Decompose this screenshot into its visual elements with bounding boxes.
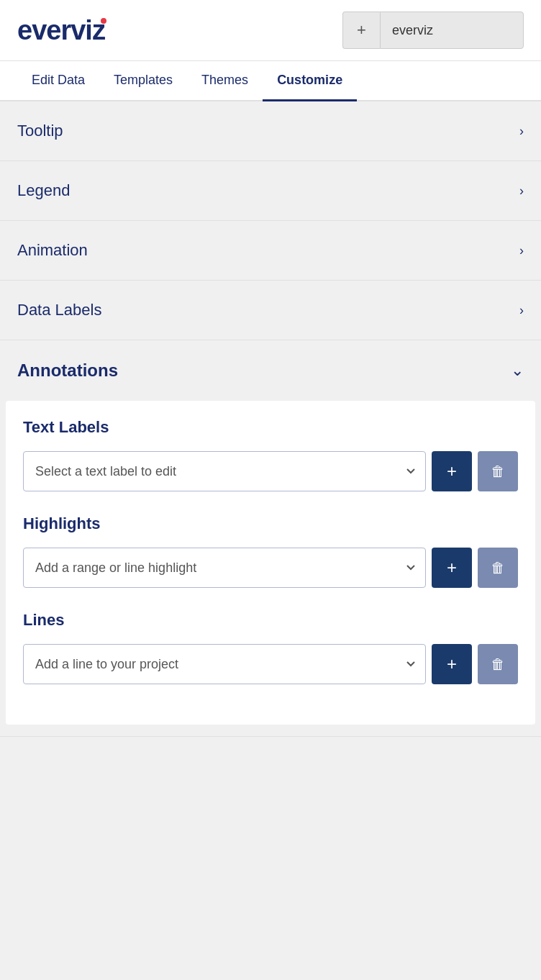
annotations-body: Text Labels Select a text label to edit … [6, 401, 535, 725]
text-labels-add-icon: + [447, 461, 457, 481]
header-right: + everviz [342, 12, 524, 49]
annotations-section: Annotations ⌄ Text Labels Select a text … [0, 340, 541, 737]
tooltip-section: Tooltip › [0, 101, 541, 161]
data-labels-header[interactable]: Data Labels › [0, 281, 541, 340]
animation-header[interactable]: Animation › [0, 221, 541, 280]
lines-subsection: Lines Add a line to your project + 🗑 [23, 611, 518, 684]
text-labels-select[interactable]: Select a text label to edit [23, 451, 426, 491]
lines-delete-button[interactable]: 🗑 [478, 644, 518, 684]
lines-select[interactable]: Add a line to your project [23, 644, 426, 684]
plus-icon: + [357, 21, 366, 40]
lines-add-button[interactable]: + [432, 644, 472, 684]
highlights-row: Add a range or line highlight + 🗑 [23, 548, 518, 588]
lines-add-icon: + [447, 654, 457, 674]
highlights-trash-icon: 🗑 [491, 560, 505, 576]
add-project-button[interactable]: + [342, 12, 380, 49]
data-labels-chevron-icon: › [519, 303, 524, 318]
data-labels-title: Data Labels [17, 301, 101, 319]
text-labels-add-button[interactable]: + [432, 451, 472, 491]
lines-row: Add a line to your project + 🗑 [23, 644, 518, 684]
lines-trash-icon: 🗑 [491, 656, 505, 673]
annotations-title: Annotations [17, 360, 118, 381]
text-labels-trash-icon: 🗑 [491, 463, 505, 480]
tab-themes[interactable]: Themes [187, 61, 263, 101]
project-name-display: everviz [380, 12, 524, 49]
tab-templates[interactable]: Templates [99, 61, 187, 101]
animation-section: Animation › [0, 221, 541, 281]
legend-section: Legend › [0, 161, 541, 221]
tab-templates-label: Templates [114, 73, 173, 87]
app-logo: everviz [17, 15, 105, 46]
logo-text: everviz [17, 15, 105, 45]
highlights-add-button[interactable]: + [432, 548, 472, 588]
tab-edit-data[interactable]: Edit Data [17, 61, 99, 101]
legend-header[interactable]: Legend › [0, 161, 541, 220]
app-header: everviz + everviz [0, 0, 541, 61]
tab-themes-label: Themes [201, 73, 248, 87]
logo-dot [101, 18, 106, 24]
tab-customize[interactable]: Customize [263, 61, 357, 101]
legend-title: Legend [17, 181, 70, 200]
lines-title: Lines [23, 611, 518, 630]
project-name-text: everviz [392, 23, 433, 38]
tooltip-title: Tooltip [17, 122, 63, 140]
highlights-add-icon: + [447, 558, 457, 578]
text-labels-subsection: Text Labels Select a text label to edit … [23, 418, 518, 491]
tooltip-header[interactable]: Tooltip › [0, 101, 541, 160]
tooltip-chevron-icon: › [519, 124, 524, 139]
nav-tabs: Edit Data Templates Themes Customize [0, 61, 541, 101]
highlights-subsection: Highlights Add a range or line highlight… [23, 514, 518, 588]
highlights-title: Highlights [23, 514, 518, 533]
tab-customize-label: Customize [277, 73, 342, 87]
text-labels-title: Text Labels [23, 418, 518, 437]
data-labels-section: Data Labels › [0, 281, 541, 340]
annotations-chevron-icon: ⌄ [511, 361, 524, 380]
legend-chevron-icon: › [519, 183, 524, 199]
animation-chevron-icon: › [519, 243, 524, 258]
animation-title: Animation [17, 241, 88, 260]
text-labels-row: Select a text label to edit + 🗑 [23, 451, 518, 491]
text-labels-delete-button[interactable]: 🗑 [478, 451, 518, 491]
highlights-select[interactable]: Add a range or line highlight [23, 548, 426, 588]
annotations-header[interactable]: Annotations ⌄ [0, 340, 541, 401]
tab-edit-data-label: Edit Data [32, 73, 85, 87]
highlights-delete-button[interactable]: 🗑 [478, 548, 518, 588]
